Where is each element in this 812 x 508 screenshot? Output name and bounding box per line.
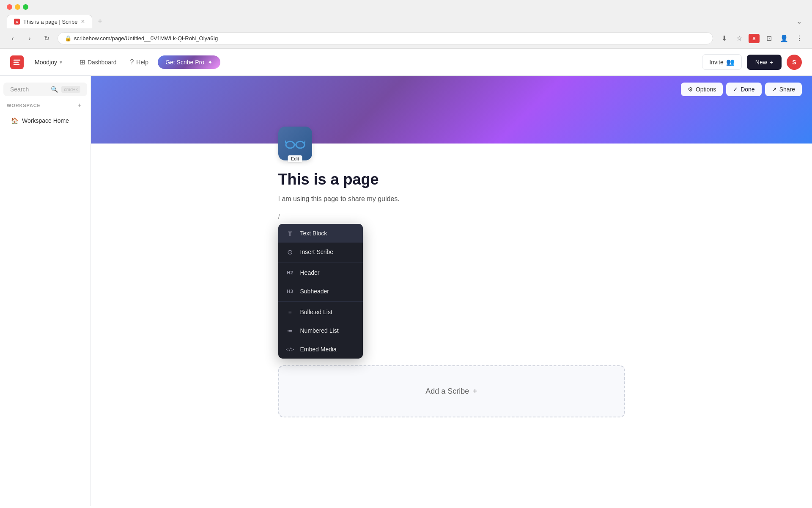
page-body: Edit This is a page I am using this page… <box>261 127 642 460</box>
address-bar: ‹ › ↻ 🔒 scribehow.com/page/Untitled__0V1… <box>0 29 812 48</box>
dropdown-item-bulleted-list[interactable]: ≡ Bulleted List <box>278 303 363 321</box>
embed-media-label: Embed Media <box>300 346 337 353</box>
dropdown-divider-1 <box>278 262 363 262</box>
get-pro-button[interactable]: Get Scribe Pro ✦ <box>158 55 220 69</box>
dropdown-item-text-block[interactable]: T Text Block <box>278 224 363 243</box>
new-button[interactable]: New + <box>747 55 782 70</box>
page-content-wrapper: Edit This is a page I am using this page… <box>219 144 684 460</box>
tab-bar: S This is a page | Scribe ✕ + ⌄ <box>0 14 812 29</box>
workspace-section-label: WORKSPACE <box>7 103 41 108</box>
tab-expand-button[interactable]: ⌄ <box>793 14 805 29</box>
browser-chrome: S This is a page | Scribe ✕ + ⌄ ‹ › ↻ 🔒 … <box>0 0 812 49</box>
page-actions: ⚙ Options ✓ Done ↗ Share <box>681 83 802 96</box>
page-description: I am using this page to share my guides. <box>261 195 642 203</box>
slash-hint: / <box>261 213 642 221</box>
dropdown-item-numbered-list[interactable]: ≔ Numbered List <box>278 321 363 340</box>
svg-line-4 <box>304 141 305 143</box>
help-label: Help <box>136 59 148 66</box>
add-scribe-button[interactable]: Add a Scribe + <box>425 387 477 396</box>
maximize-window-button[interactable] <box>23 4 28 10</box>
reload-button[interactable]: ↻ <box>41 33 52 44</box>
star-icon[interactable]: ☆ <box>733 33 745 44</box>
lock-icon: 🔒 <box>65 35 71 41</box>
invite-label: Invite <box>709 59 723 66</box>
text-block-label: Text Block <box>300 230 327 237</box>
tab-close-button[interactable]: ✕ <box>81 19 85 25</box>
edit-label[interactable]: Edit <box>288 155 302 162</box>
options-icon: ⚙ <box>688 86 693 93</box>
logo-svg <box>13 58 21 66</box>
help-link[interactable]: ? Help <box>124 55 154 69</box>
numbered-list-icon: ≔ <box>285 326 295 336</box>
sidebar-item-workspace-home[interactable]: 🏠 Workspace Home <box>3 113 87 128</box>
new-label: New <box>755 59 767 66</box>
block-type-dropdown: T Text Block ⊙ Insert Scribe H2 Header <box>278 224 363 359</box>
tab-favicon: S <box>14 19 20 25</box>
dashboard-link[interactable]: ⊞ Dashboard <box>74 55 123 69</box>
search-shortcut: cmd+k <box>61 86 80 93</box>
done-button[interactable]: ✓ Done <box>726 83 761 96</box>
invite-people-icon: 👥 <box>726 58 735 66</box>
workspace-home-label: Workspace Home <box>22 117 69 124</box>
help-icon: ? <box>130 58 134 66</box>
back-button[interactable]: ‹ <box>7 33 19 44</box>
share-label: Share <box>779 86 795 93</box>
download-icon[interactable]: ⬇ <box>718 33 730 44</box>
traffic-lights <box>7 4 28 10</box>
workspace-selector[interactable]: Moodjoy ▾ <box>30 56 66 68</box>
page-icon-wrapper: Edit <box>278 127 642 160</box>
page-icon-svg <box>285 137 305 150</box>
invite-button[interactable]: Invite 👥 <box>702 54 741 70</box>
header-icon: H2 <box>285 268 295 278</box>
minimize-window-button[interactable] <box>15 4 20 10</box>
search-icon: 🔍 <box>51 86 58 93</box>
active-tab[interactable]: S This is a page | Scribe ✕ <box>7 15 92 28</box>
search-bar[interactable]: Search 🔍 cmd+k <box>3 83 87 96</box>
home-icon: 🏠 <box>10 116 19 125</box>
workspace-section-header: WORKSPACE + <box>0 99 91 113</box>
user-avatar[interactable]: S <box>787 55 802 70</box>
page-title: This is a page <box>261 171 642 188</box>
forward-button[interactable]: › <box>24 33 36 44</box>
close-window-button[interactable] <box>7 4 12 10</box>
done-label: Done <box>741 86 754 93</box>
extension-icon-1[interactable]: S <box>749 34 760 43</box>
dropdown-item-subheader[interactable]: H3 Subheader <box>278 282 363 301</box>
pro-star-icon: ✦ <box>208 59 213 66</box>
more-options-icon[interactable]: ⋮ <box>793 33 805 44</box>
subheader-label: Subheader <box>300 288 329 295</box>
extension-icon-2[interactable]: ⊡ <box>763 33 775 44</box>
url-bar[interactable]: 🔒 scribehow.com/page/Untitled__0V1MWLk-Q… <box>58 32 713 44</box>
svg-point-0 <box>286 141 294 148</box>
page-area: ⚙ Options ✓ Done ↗ Share <box>91 76 812 506</box>
url-text: scribehow.com/page/Untitled__0V1MWLk-Qi-… <box>74 35 218 41</box>
tab-title: This is a page | Scribe <box>23 19 77 25</box>
options-button[interactable]: ⚙ Options <box>681 83 723 96</box>
insert-scribe-icon: ⊙ <box>285 247 295 257</box>
add-workspace-item-button[interactable]: + <box>75 101 84 110</box>
page-icon[interactable]: Edit <box>278 127 312 160</box>
new-tab-button[interactable]: + <box>94 16 106 28</box>
dropdown-item-header[interactable]: H2 Header <box>278 263 363 282</box>
profile-icon[interactable]: 👤 <box>778 33 790 44</box>
sidebar: Search 🔍 cmd+k WORKSPACE + 🏠 Workspace H… <box>0 76 91 506</box>
dropdown-item-embed-media[interactable]: </> Embed Media <box>278 340 363 359</box>
dropdown-divider-2 <box>278 301 363 302</box>
insert-scribe-label: Insert Scribe <box>300 248 334 255</box>
search-label: Search <box>10 86 47 93</box>
top-nav: Moodjoy ▾ ⊞ Dashboard ? Help Get Scribe … <box>0 49 812 76</box>
checkmark-icon: ✓ <box>733 86 738 93</box>
nav-divider <box>70 57 70 67</box>
add-scribe-plus-icon: + <box>472 387 477 396</box>
svg-point-1 <box>296 141 304 148</box>
logo-icon <box>10 55 24 69</box>
embed-media-icon: </> <box>285 344 295 354</box>
share-icon: ↗ <box>772 86 777 93</box>
header-label: Header <box>300 269 320 276</box>
dropdown-item-insert-scribe[interactable]: ⊙ Insert Scribe <box>278 243 363 261</box>
share-button[interactable]: ↗ Share <box>765 83 802 96</box>
scribe-placeholder[interactable]: Add a Scribe + <box>278 365 625 417</box>
title-bar <box>0 0 812 14</box>
workspace-name: Moodjoy <box>35 59 57 66</box>
get-pro-label: Get Scribe Pro <box>165 59 204 66</box>
